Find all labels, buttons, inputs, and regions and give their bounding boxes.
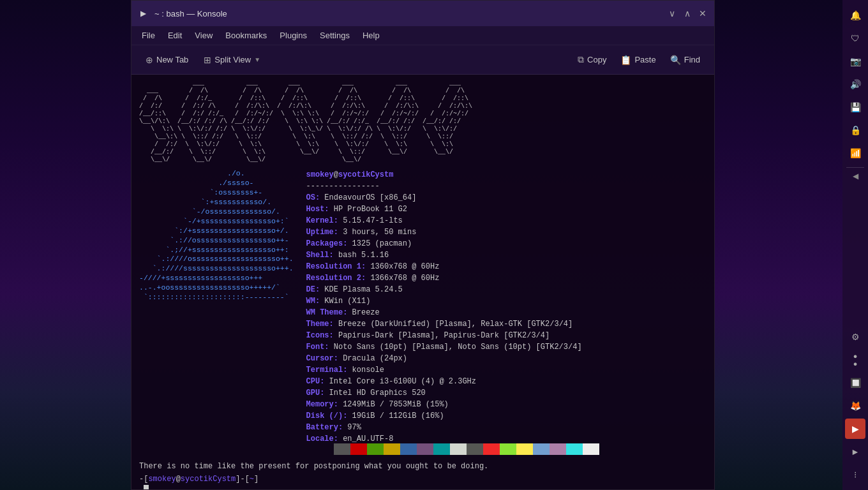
copy-icon: ⧉ bbox=[578, 54, 584, 65]
color-block-7 bbox=[450, 443, 467, 455]
title-bar-left: ▶ ~ : bash — Konsole bbox=[137, 7, 227, 20]
quote-line: There is no time like the present for po… bbox=[139, 461, 707, 471]
prompt-line[interactable]: -[smokey@sycotikCystm]-[~] bbox=[139, 474, 707, 489]
firefox-icon[interactable]: 🦊 bbox=[845, 396, 865, 416]
color-block-4 bbox=[400, 443, 417, 455]
split-view-label: Split View bbox=[214, 55, 251, 64]
color-block-2 bbox=[367, 443, 384, 455]
color-block-11 bbox=[516, 443, 533, 455]
window-controls: ∨ ∧ ✕ bbox=[666, 7, 709, 20]
find-label: Find bbox=[684, 55, 700, 64]
konsole-icon: ▶ bbox=[137, 7, 149, 20]
sidebar-divider bbox=[846, 167, 864, 168]
minimize-button[interactable]: ∨ bbox=[666, 7, 678, 20]
copy-button[interactable]: ⧉ Copy bbox=[571, 51, 613, 68]
color-block-0 bbox=[334, 443, 350, 455]
color-block-10 bbox=[500, 443, 516, 455]
window-icon[interactable]: 🔲 bbox=[845, 373, 865, 393]
close-button[interactable]: ✕ bbox=[696, 7, 709, 20]
color-block-15 bbox=[583, 443, 599, 455]
prompt-path: ~ bbox=[250, 475, 254, 484]
shield-icon[interactable]: 🛡 bbox=[845, 28, 865, 48]
right-sidebar: 🔔 🛡 📷 🔊 💾 🔒 📶 ◀ ⚙ ●● 🔲 🦊 ▶ ► ⁝ bbox=[842, 0, 868, 490]
menu-bar: File Edit View Bookmarks Plugins Setting… bbox=[131, 26, 714, 45]
split-view-arrow: ▼ bbox=[254, 56, 260, 63]
menu-file[interactable]: File bbox=[137, 29, 160, 42]
window-title: ~ : bash — Konsole bbox=[154, 9, 227, 19]
maximize-button[interactable]: ∧ bbox=[681, 7, 694, 20]
storage-icon[interactable]: 💾 bbox=[845, 97, 865, 117]
split-view-button[interactable]: ⊞ Split View ▼ bbox=[197, 52, 267, 68]
color-block-9 bbox=[483, 443, 500, 455]
menu-settings[interactable]: Settings bbox=[315, 29, 355, 42]
prompt-bracket-close: ]-[ bbox=[236, 475, 250, 484]
paste-button[interactable]: 📋 Paste bbox=[614, 52, 662, 68]
find-button[interactable]: 🔍 Find bbox=[664, 52, 707, 68]
prompt-host: sycotikCystm bbox=[181, 475, 236, 484]
ascii-header: ___ ___ ___ ___ ___ ___ ___ / /\ / /\ / … bbox=[139, 80, 707, 164]
color-block-1 bbox=[350, 443, 367, 455]
title-bar: ▶ ~ : bash — Konsole ∨ ∧ ✕ bbox=[131, 1, 714, 26]
wifi-icon[interactable]: 📶 bbox=[845, 143, 865, 163]
color-block-3 bbox=[384, 443, 400, 455]
new-tab-button[interactable]: ⊕ New Tab bbox=[139, 52, 195, 68]
distro-ascii-art: ./o. ./sssso- `:osssssss+- `:+ssssssssss… bbox=[139, 169, 294, 445]
play-icon[interactable]: ▶ bbox=[845, 419, 865, 439]
color-block-12 bbox=[533, 443, 550, 455]
paste-icon: 📋 bbox=[620, 55, 631, 65]
toolbar-right: ⧉ Copy 📋 Paste 🔍 Find bbox=[571, 51, 707, 68]
notification-icon[interactable]: 🔔 bbox=[845, 5, 865, 26]
color-blocks bbox=[334, 443, 707, 455]
color-block-13 bbox=[550, 443, 566, 455]
prompt-user: smokey bbox=[148, 475, 176, 484]
paste-label: Paste bbox=[634, 55, 655, 64]
volume-icon[interactable]: 🔊 bbox=[845, 74, 865, 94]
color-block-5 bbox=[417, 443, 433, 455]
menu-view[interactable]: View bbox=[190, 29, 218, 42]
konsole-window: ▶ ~ : bash — Konsole ∨ ∧ ✕ File Edit Vie… bbox=[131, 0, 715, 490]
color-block-8 bbox=[467, 443, 483, 455]
dots-icon[interactable]: ⁝ bbox=[845, 464, 865, 485]
toolbar: ⊕ New Tab ⊞ Split View ▼ ⧉ Copy 📋 Paste … bbox=[131, 45, 714, 75]
find-icon: 🔍 bbox=[670, 55, 681, 65]
menu-bookmarks[interactable]: Bookmarks bbox=[220, 29, 272, 42]
sidebar-collapse-arrow[interactable]: ◀ bbox=[853, 172, 858, 181]
split-view-icon: ⊞ bbox=[204, 55, 211, 65]
copy-label: Copy bbox=[587, 55, 606, 64]
prompt-at: @ bbox=[176, 475, 181, 484]
neofetch-container: ./o. ./sssso- `:osssssss+- `:+ssssssssss… bbox=[139, 169, 707, 445]
apps-icon[interactable]: ●● bbox=[845, 350, 865, 370]
new-tab-label: New Tab bbox=[156, 55, 188, 64]
system-info: smokey@sycotikCystm ---------------- OS:… bbox=[306, 169, 707, 445]
prompt-dollar bbox=[139, 485, 144, 489]
settings-icon-bottom[interactable]: ⚙ bbox=[845, 327, 865, 347]
terminal-content[interactable]: ___ ___ ___ ___ ___ ___ ___ / /\ / /\ / … bbox=[131, 75, 714, 489]
lock-icon[interactable]: 🔒 bbox=[845, 120, 865, 140]
menu-edit[interactable]: Edit bbox=[163, 29, 187, 42]
menu-help[interactable]: Help bbox=[357, 29, 385, 42]
color-block-14 bbox=[566, 443, 583, 455]
prompt-path-close: ] bbox=[254, 475, 258, 484]
prompt-bracket-open: -[ bbox=[139, 475, 148, 484]
color-block-6 bbox=[433, 443, 450, 455]
camera-icon[interactable]: 📷 bbox=[845, 51, 865, 71]
terminal-icon[interactable]: ► bbox=[845, 442, 865, 462]
menu-plugins[interactable]: Plugins bbox=[274, 29, 312, 42]
cursor-block bbox=[144, 485, 149, 489]
new-tab-icon: ⊕ bbox=[146, 55, 153, 65]
